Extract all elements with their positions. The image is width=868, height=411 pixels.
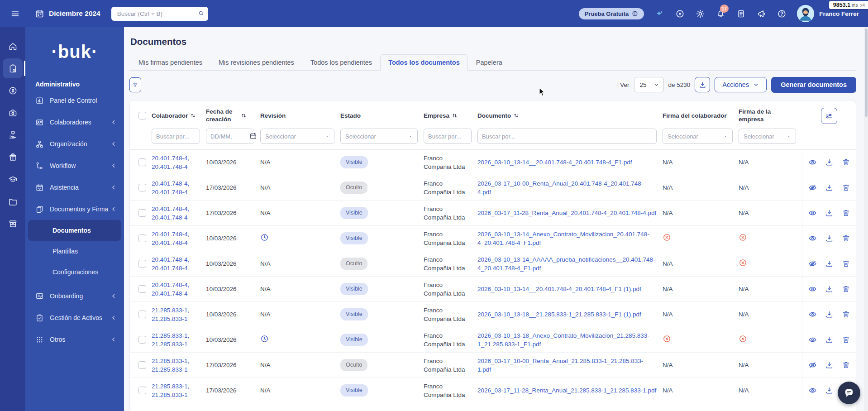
filter-firma-empresa-select[interactable]: Seleccionar [739, 129, 796, 144]
delete-document-trash-icon[interactable] [842, 361, 850, 369]
column-header-fecha[interactable]: Fecha de creación [206, 108, 260, 123]
colaborador-link[interactable]: 20.401.748-4, 20.401.748-4 [152, 256, 189, 272]
colaborador-link[interactable]: 20.401.748-4, 20.401.748-4 [152, 206, 189, 221]
rail-briefcase-clock-icon[interactable] [3, 103, 23, 123]
help-icon[interactable] [777, 9, 787, 19]
rail-gift-icon[interactable] [3, 147, 23, 167]
row-checkbox[interactable] [138, 209, 146, 217]
documento-link[interactable]: 2026_03-10_13-14__20.401.748-4_20.401.74… [477, 286, 641, 292]
trial-badge[interactable]: Prueba Gratuita [579, 8, 644, 19]
colaborador-link[interactable]: 21.285.833-1, 21.285.833-1 [152, 383, 189, 398]
delete-document-trash-icon[interactable] [842, 158, 850, 167]
sidebar-item-organizacion[interactable]: Organización [25, 133, 124, 155]
filter-firma-colaborador-select[interactable]: Seleccionar [663, 129, 733, 144]
column-header-documento[interactable]: Documento [477, 112, 663, 119]
filter-button[interactable] [129, 77, 141, 92]
search-icon[interactable] [198, 10, 204, 18]
download-document-icon[interactable] [825, 335, 834, 344]
rail-home-icon[interactable] [3, 36, 23, 56]
download-document-icon[interactable] [825, 209, 834, 217]
view-document-eye-icon[interactable] [808, 285, 817, 293]
documento-link[interactable]: 2026_03-10_13-14__20.401.748-4_20.401.74… [477, 159, 632, 166]
row-checkbox[interactable] [138, 184, 146, 191]
announcements-megaphone-icon[interactable] [756, 9, 766, 19]
sidebar-item-otros[interactable]: Otros [25, 329, 124, 350]
colaborador-link[interactable]: 20.401.748-4, 20.401.748-4 [152, 282, 189, 297]
rail-clipboard-clock-icon[interactable] [3, 58, 23, 78]
filter-revision-select[interactable]: Seleccionar [260, 129, 334, 144]
documento-link[interactable]: 2026_03-17_11-28_Renta_Anual_20.401.748-… [477, 210, 656, 216]
notifications-bell-icon[interactable]: 17 [715, 9, 725, 19]
row-checkbox[interactable] [138, 387, 146, 394]
select-all-checkbox[interactable] [138, 112, 146, 119]
page-scrollbar[interactable] [864, 27, 868, 411]
documento-link[interactable]: 2026_03-17_10-00_Renta_Anual_21.285.833-… [477, 358, 643, 373]
column-header-colaborador[interactable]: Colaborador [152, 112, 206, 119]
filter-documento-input[interactable] [477, 129, 657, 144]
acciones-button[interactable]: Acciones [715, 77, 767, 92]
delete-document-trash-icon[interactable] [842, 183, 850, 192]
delete-document-trash-icon[interactable] [842, 209, 850, 217]
tab-papelera[interactable]: Papelera [468, 54, 510, 71]
view-document-eye-icon[interactable] [808, 310, 817, 319]
row-checkbox[interactable] [138, 336, 146, 344]
rail-graduation-icon[interactable] [3, 169, 23, 189]
sidebar-item-documentos-y-firma[interactable]: Documentos y Firma [25, 198, 124, 220]
sidebar-subitem-plantillas[interactable]: Plantillas [28, 241, 121, 262]
delete-document-trash-icon[interactable] [842, 335, 850, 344]
export-download-button[interactable] [695, 77, 710, 92]
download-document-icon[interactable] [825, 386, 834, 395]
download-document-icon[interactable] [825, 183, 834, 192]
rail-archive-icon[interactable] [3, 214, 23, 234]
documento-link[interactable]: 2026_03-10_13-14_Anexo_Contrato_Moviliza… [477, 231, 649, 246]
sidebar-item-asistencia[interactable]: Asistencia [25, 177, 124, 198]
view-document-eye-icon[interactable] [808, 158, 817, 167]
hidden-document-eye-off-icon[interactable] [808, 361, 817, 369]
download-document-icon[interactable] [825, 310, 834, 319]
tab-mis-firmas-pendientes[interactable]: Mis firmas pendientes [130, 54, 210, 71]
colaborador-link[interactable]: 21.285.833-1, 21.285.833-1 [152, 307, 189, 322]
sidebar-subitem-documentos[interactable]: Documentos [28, 220, 121, 241]
sidebar-item-panel-de-control[interactable]: Panel de Control [25, 90, 124, 111]
scrollbar-thumb[interactable] [865, 29, 868, 117]
generar-documentos-button[interactable]: Generar documentos [771, 77, 856, 93]
user-avatar[interactable] [797, 5, 814, 22]
delete-document-trash-icon[interactable] [842, 285, 850, 293]
download-document-icon[interactable] [825, 259, 834, 268]
hidden-document-eye-off-icon[interactable] [808, 183, 817, 192]
filter-colaborador-input[interactable] [152, 129, 200, 144]
row-checkbox[interactable] [138, 311, 146, 318]
colaborador-link[interactable]: 20.401.748-4, 20.401.748-4 [152, 155, 189, 170]
view-document-eye-icon[interactable] [808, 335, 817, 344]
row-checkbox[interactable] [138, 234, 146, 242]
filter-empresa-input[interactable] [424, 129, 472, 144]
sidebar-subitem-configuraciones[interactable]: Configuraciones [28, 262, 121, 282]
row-checkbox[interactable] [138, 361, 146, 369]
download-document-icon[interactable] [825, 285, 834, 293]
sidebar-item-gestion-de-activos[interactable]: Gestión de Activos [25, 307, 124, 329]
hamburger-menu-icon[interactable] [10, 9, 20, 19]
documento-link[interactable]: 2026_03-10_13-18_Anexo_Contrato_Moviliza… [477, 332, 649, 348]
period-selector[interactable]: Diciembre 2024 [34, 9, 100, 19]
ai-sparkle-icon[interactable] [654, 9, 664, 19]
search-input[interactable] [116, 10, 198, 18]
column-header-empresa[interactable]: Empresa [424, 112, 477, 119]
colaborador-link[interactable]: 21.285.833-1, 21.285.833-1 [152, 332, 189, 348]
hidden-document-eye-off-icon[interactable] [808, 259, 817, 268]
colaborador-link[interactable]: 20.401.748-4, 20.401.748-4 [152, 231, 189, 246]
download-document-icon[interactable] [825, 234, 834, 243]
view-document-eye-icon[interactable] [808, 209, 817, 217]
tab-todos-los-documentos[interactable]: Todos los documentos [380, 54, 468, 71]
documento-link[interactable]: 2026_03-10_13-18__21.285.833-1_21.285.83… [477, 311, 641, 318]
rail-coin-icon[interactable] [3, 81, 23, 100]
changelog-icon[interactable] [736, 9, 746, 19]
sidebar-item-workflow[interactable]: Workflow [25, 155, 124, 177]
view-document-eye-icon[interactable] [808, 386, 817, 395]
global-search[interactable] [111, 7, 208, 21]
sidebar-item-colaboradores[interactable]: Colaboradores [25, 111, 124, 133]
documento-link[interactable]: 2026_03-17_11-28_Renta_Anual_21.285.833-… [477, 387, 656, 394]
page-size-select[interactable]: 25 [634, 77, 664, 92]
tab-mis-revisiones-pendientes[interactable]: Mis revisiones pendientes [210, 54, 302, 71]
documento-link[interactable]: 2026_03-10_13-14_AAAAA_prueba_notificaci… [477, 256, 655, 272]
colaborador-link[interactable]: 21.285.833-1, 21.285.833-1 [152, 358, 189, 373]
